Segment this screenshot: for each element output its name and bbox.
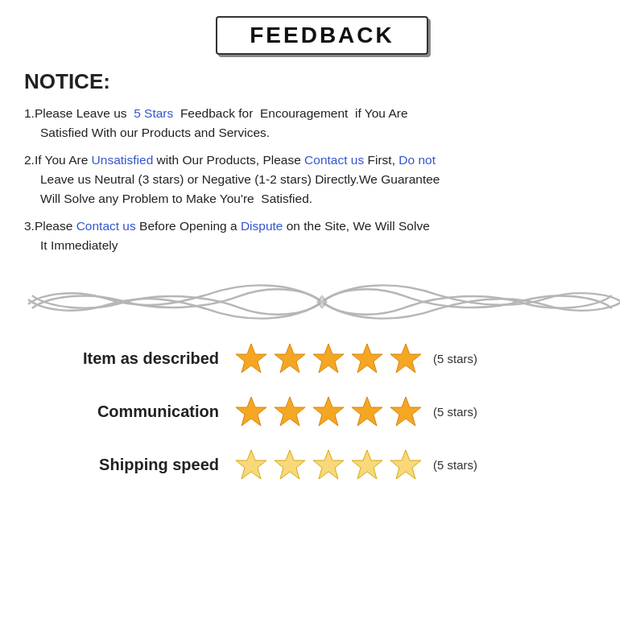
stars-communication: (5 stars): [233, 394, 477, 429]
decorative-divider: [24, 278, 620, 326]
feedback-title: FEEDBACK: [250, 23, 394, 48]
notice-heading: NOTICE:: [24, 69, 620, 94]
stars-item: (5 stars): [233, 341, 477, 376]
page: FEEDBACK NOTICE: 1.Please Leave us 5 Sta…: [0, 0, 644, 644]
svg-marker-9: [313, 397, 344, 426]
star-5: [388, 341, 423, 376]
svg-marker-7: [236, 397, 266, 426]
notice-item-3: 3.Please Contact us Before Opening a Dis…: [24, 217, 620, 255]
contact-us-text-2: Contact us: [76, 219, 136, 233]
divider-svg: [24, 280, 620, 324]
notice-item-1-text: 1.Please Leave us 5 Stars Feedback for E…: [24, 106, 620, 142]
star-s3: [311, 447, 346, 482]
star-c4: [349, 394, 385, 429]
rating-row-item: Item as described (5 stars): [40, 341, 620, 376]
do-not-text: Do not: [398, 153, 436, 167]
unsatisfied-text: Unsatisfied: [92, 153, 154, 167]
star-s2: [272, 447, 308, 482]
svg-marker-10: [352, 397, 382, 426]
svg-marker-4: [313, 344, 344, 373]
svg-marker-6: [390, 344, 421, 373]
star-c2: [272, 394, 308, 429]
notice-item-2-text: 2.If You Are Unsatisfied with Our Produc…: [24, 153, 620, 208]
svg-marker-3: [275, 344, 305, 373]
rating-row-communication: Communication (5 stars): [40, 394, 620, 429]
svg-marker-2: [236, 344, 266, 373]
stars-shipping: (5 stars): [233, 447, 477, 482]
star-c1: [233, 394, 269, 429]
rating-label-item: Item as described: [40, 349, 233, 368]
contact-us-text-1: Contact us: [304, 153, 364, 167]
rating-label-shipping: Shipping speed: [40, 456, 233, 474]
stars-label-item: (5 stars): [433, 352, 477, 365]
rating-row-shipping: Shipping speed (5 stars): [40, 447, 620, 482]
five-stars-text: 5 Stars: [134, 106, 173, 120]
notice-item-1: 1.Please Leave us 5 Stars Feedback for E…: [24, 104, 620, 142]
svg-marker-12: [236, 450, 266, 479]
stars-label-shipping: (5 stars): [433, 458, 477, 472]
svg-marker-8: [275, 397, 305, 426]
svg-marker-11: [390, 397, 421, 426]
star-4: [349, 341, 385, 376]
star-s4: [349, 447, 385, 482]
star-c5: [388, 394, 423, 429]
notice-item-3-text: 3.Please Contact us Before Opening a Dis…: [24, 219, 620, 255]
notice-item-2: 2.If You Are Unsatisfied with Our Produc…: [24, 151, 620, 208]
star-s1: [233, 447, 269, 482]
star-s5: [388, 447, 423, 482]
svg-marker-5: [352, 344, 382, 373]
star-3: [311, 341, 346, 376]
feedback-header: FEEDBACK: [24, 16, 620, 55]
star-1: [233, 341, 269, 376]
svg-marker-15: [352, 450, 382, 479]
notice-section: NOTICE: 1.Please Leave us 5 Stars Feedba…: [24, 69, 620, 263]
svg-marker-14: [313, 450, 344, 479]
star-c3: [311, 394, 346, 429]
ratings-section: Item as described (5 stars) Communicatio…: [24, 341, 620, 500]
dispute-text: Dispute: [241, 219, 283, 233]
rating-label-communication: Communication: [40, 402, 233, 421]
svg-marker-13: [275, 450, 305, 479]
stars-label-communication: (5 stars): [433, 405, 477, 419]
star-2: [272, 341, 308, 376]
feedback-box: FEEDBACK: [216, 16, 428, 55]
notice-list: 1.Please Leave us 5 Stars Feedback for E…: [24, 104, 620, 255]
svg-marker-16: [390, 450, 421, 479]
